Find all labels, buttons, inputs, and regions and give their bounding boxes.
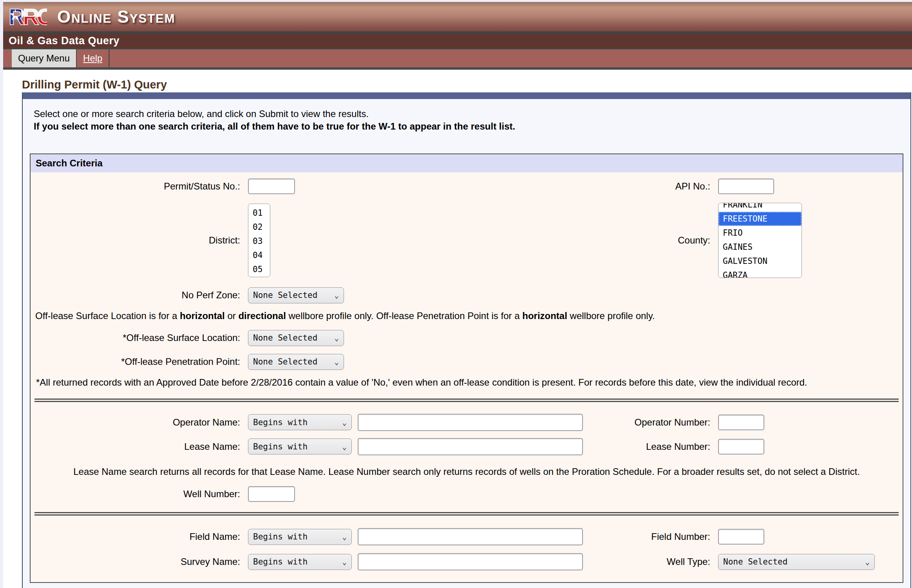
- query-panel: Select one or more search criteria below…: [22, 92, 911, 588]
- district-option[interactable]: 04: [248, 248, 270, 262]
- lease-name-match-select[interactable]: Begins with ⌄: [248, 438, 352, 455]
- permit-status-label: Permit/Status No.:: [31, 181, 240, 192]
- api-input[interactable]: [718, 179, 774, 194]
- district-option[interactable]: 01: [248, 206, 270, 220]
- chevron-down-icon: ⌄: [335, 357, 339, 366]
- no-perf-zone-select[interactable]: None Selected ⌄: [248, 287, 344, 303]
- app-title: Oil & Gas Data Query: [9, 35, 119, 47]
- operator-number-input[interactable]: [718, 415, 764, 430]
- survey-name-label: Survey Name:: [31, 556, 240, 567]
- lease-number-input[interactable]: [718, 439, 764, 455]
- well-number-row: Well Number:: [31, 486, 903, 502]
- well-type-label: Well Type:: [583, 556, 718, 567]
- survey-name-match-select[interactable]: Begins with ⌄: [248, 554, 352, 570]
- lease-number-label: Lease Number:: [583, 441, 718, 452]
- field-name-input[interactable]: [358, 528, 583, 545]
- tab-query-menu[interactable]: Query Menu: [12, 49, 77, 67]
- search-criteria-header: Search Criteria: [31, 154, 903, 172]
- chevron-down-icon: ⌄: [342, 532, 347, 541]
- county-option[interactable]: GALVESTON: [718, 254, 802, 268]
- county-option[interactable]: FRANKLIN: [718, 203, 802, 212]
- chevron-down-icon: ⌄: [335, 334, 339, 342]
- offlease-surface-label: *Off-lease Surface Location:: [31, 332, 240, 343]
- well-type-select[interactable]: None Selected ⌄: [718, 554, 875, 570]
- county-listbox[interactable]: FRANKLINFREESTONEFRIOGAINESGALVESTONGARZ…: [718, 203, 802, 278]
- chevron-down-icon: ⌄: [335, 291, 339, 299]
- permit-api-row: Permit/Status No.: API No.:: [31, 179, 903, 194]
- chevron-down-icon: ⌄: [342, 418, 347, 427]
- panel-top-bar: [23, 92, 910, 99]
- lease-name-label: Lease Name:: [31, 441, 240, 452]
- operator-row: Operator Name: Begins with ⌄ Operator Nu…: [31, 414, 903, 431]
- operator-name-label: Operator Name:: [31, 417, 240, 428]
- county-option[interactable]: FRIO: [718, 226, 802, 240]
- instruction-line-2: If you select more than one search crite…: [34, 120, 899, 133]
- well-number-input[interactable]: [248, 486, 295, 502]
- district-listbox[interactable]: 0102030405: [248, 204, 270, 277]
- main-content: Drilling Permit (W-1) Query Select one o…: [3, 70, 912, 588]
- rrc-logo-outline: RRC: [9, 4, 47, 29]
- district-option[interactable]: 02: [248, 220, 270, 234]
- chevron-down-icon: ⌄: [342, 442, 347, 451]
- section-separator: [34, 512, 899, 516]
- lease-note: Lease Name search returns all records fo…: [31, 465, 903, 478]
- app-title-bar: Oil & Gas Data Query: [3, 34, 912, 48]
- offlease-penetration-select[interactable]: None Selected ⌄: [248, 354, 344, 370]
- brand-title: Online System: [57, 7, 176, 27]
- offlease-penetration-row: *Off-lease Penetration Point: None Selec…: [31, 354, 903, 370]
- page: RRC RRC Online System Oil & Gas Data Que…: [3, 2, 912, 588]
- survey-name-input[interactable]: [358, 553, 583, 570]
- county-option[interactable]: GARZA: [718, 268, 802, 278]
- offlease-surface-select[interactable]: None Selected ⌄: [248, 330, 344, 346]
- field-number-input[interactable]: [718, 529, 764, 545]
- search-criteria-body: Permit/Status No.: API No.: District: 01…: [31, 172, 903, 582]
- county-label: County:: [270, 235, 718, 246]
- operator-name-match-select[interactable]: Begins with ⌄: [248, 414, 352, 430]
- help-link[interactable]: Help: [83, 53, 102, 64]
- divider: [3, 31, 912, 34]
- offlease-surface-row: *Off-lease Surface Location: None Select…: [31, 330, 903, 346]
- instructions: Select one or more search criteria below…: [23, 99, 910, 133]
- chevron-down-icon: ⌄: [865, 557, 870, 566]
- operator-name-input[interactable]: [358, 414, 583, 431]
- operator-number-label: Operator Number:: [583, 417, 718, 428]
- district-option[interactable]: 05: [248, 262, 270, 276]
- field-name-match-select[interactable]: Begins with ⌄: [248, 529, 352, 545]
- county-option[interactable]: GAINES: [718, 240, 802, 254]
- section-separator: [34, 399, 899, 402]
- lease-row: Lease Name: Begins with ⌄ Lease Number:: [31, 438, 903, 455]
- rrc-logo-icon: RRC RRC: [9, 4, 47, 29]
- field-name-label: Field Name:: [31, 531, 240, 542]
- well-number-label: Well Number:: [31, 489, 240, 500]
- api-label: API No.:: [295, 181, 718, 192]
- instruction-line-1: Select one or more search criteria below…: [34, 108, 899, 120]
- survey-row: Survey Name: Begins with ⌄ Well Type: No…: [31, 553, 903, 570]
- permit-status-input[interactable]: [248, 179, 295, 194]
- county-option[interactable]: FREESTONE: [718, 212, 802, 226]
- top-banner: RRC RRC Online System: [3, 2, 912, 31]
- district-label: District:: [31, 235, 240, 246]
- offlease-note: *All returned records with an Approved D…: [31, 376, 903, 388]
- page-title: Drilling Permit (W-1) Query: [22, 70, 912, 92]
- district-option[interactable]: 03: [248, 234, 270, 248]
- tab-help[interactable]: Help: [77, 49, 109, 67]
- no-perf-zone-label: No Perf Zone:: [31, 290, 240, 301]
- field-number-label: Field Number:: [583, 531, 718, 542]
- no-perf-zone-row: No Perf Zone: None Selected ⌄: [31, 287, 903, 303]
- field-row: Field Name: Begins with ⌄ Field Number:: [31, 528, 903, 545]
- search-criteria-panel: Search Criteria Permit/Status No.: API N…: [30, 153, 903, 583]
- lease-name-input[interactable]: [358, 438, 583, 455]
- divider: [109, 49, 110, 67]
- chevron-down-icon: ⌄: [342, 557, 347, 566]
- tab-bar: Query Menu Help: [3, 49, 912, 67]
- offlease-penetration-label: *Off-lease Penetration Point:: [31, 356, 240, 367]
- offlease-instruction: Off-lease Surface Location is for a hori…: [31, 310, 903, 321]
- district-county-row: District: 0102030405 County: FRANKLINFRE…: [31, 203, 903, 278]
